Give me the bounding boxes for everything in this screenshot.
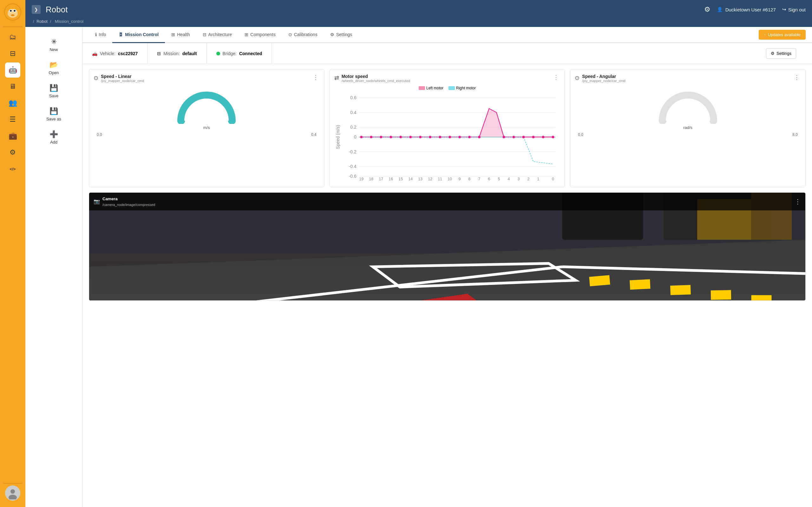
settings-btn-icon: ⚙	[771, 51, 774, 56]
info-tab-icon: ℹ	[95, 32, 97, 37]
monitor-nav-icon[interactable]: 🖥	[5, 79, 20, 94]
svg-text:14: 14	[408, 177, 413, 181]
settings-tab-icon: ⚙	[330, 32, 334, 37]
svg-point-34	[429, 136, 432, 138]
speed-linear-icon: ⊙	[94, 74, 98, 81]
svg-text:0.2: 0.2	[350, 124, 357, 130]
sidebar-item-add[interactable]: ➕ Add	[26, 126, 82, 149]
updates-button[interactable]: ↑ Updates available	[759, 30, 806, 40]
list-nav-icon[interactable]: ☰	[5, 112, 20, 127]
collapse-button[interactable]: ❯	[32, 5, 41, 14]
breadcrumb-sep2: /	[50, 19, 52, 24]
speed-linear-unit: m/s	[203, 125, 210, 130]
sidebar-item-open[interactable]: 📂 Open	[26, 56, 82, 79]
sign-out-label: Sign out	[788, 7, 806, 12]
add-icon: ➕	[49, 130, 58, 138]
icon-bar: 🗂 ⊟ 🤖 🖥 👥 ☰ 💼 ⚙ </>	[0, 0, 26, 507]
motor-speed-title: Motor speed	[342, 74, 410, 79]
settings-gear-button[interactable]: ⚙	[704, 5, 711, 14]
breadcrumb-current: Mission_control	[55, 19, 84, 24]
svg-text:13: 13	[418, 177, 422, 181]
motor-speed-header: ⇄ Motor speed /wheels_driver_node/wheels…	[334, 74, 560, 83]
svg-text:10: 10	[448, 177, 452, 181]
speed-linear-menu-button[interactable]: ⋮	[311, 74, 320, 81]
speed-linear-title-area: Speed - Linear /joy_mapper_node/car_cmd	[101, 74, 144, 83]
sign-out-button[interactable]: ↪ Sign out	[782, 7, 806, 12]
vehicle-info: 🚗 Vehicle: csc22927	[83, 43, 148, 64]
robot-nav-icon[interactable]: 🤖	[5, 62, 20, 78]
bridge-status-dot	[216, 52, 220, 55]
breadcrumb-root[interactable]: Robot	[37, 19, 48, 24]
user-avatar[interactable]	[5, 486, 20, 501]
tab-settings[interactable]: ⚙ Settings	[324, 27, 359, 43]
arch-tab-icon: ⊟	[203, 32, 206, 37]
svg-text:5: 5	[498, 177, 500, 181]
tab-architecture[interactable]: ⊟ Architecture	[196, 27, 239, 43]
code-nav-icon[interactable]: </>	[5, 161, 20, 176]
top-header: ❯ Robot ⚙ 👤 Duckietown User #6127 ↪ Sign…	[26, 0, 812, 19]
left-motor-color	[419, 86, 425, 90]
svg-text:3: 3	[517, 177, 519, 181]
sidebar-item-new[interactable]: ✳ New	[26, 33, 82, 56]
speed-angular-gauge: rad/s 0.0 8.0	[575, 86, 801, 140]
breadcrumb: / Robot / Mission_control	[26, 19, 812, 27]
camera-icon: 📷	[94, 199, 100, 205]
svg-point-28	[370, 136, 372, 138]
add-label: Add	[50, 140, 57, 145]
speed-angular-min: 0.0	[578, 132, 583, 137]
comp-tab-icon: ⊞	[245, 32, 248, 37]
divider-top	[3, 26, 22, 27]
health-tab-label: Health	[177, 32, 190, 37]
sidebar: ✳ New 📂 Open 💾 Save 💾 Save as ➕ Add	[26, 27, 83, 507]
svg-point-41	[512, 136, 515, 138]
bag-nav-icon[interactable]: 💼	[5, 128, 20, 144]
svg-point-43	[532, 136, 535, 138]
left-motor-label: Left motor	[426, 86, 444, 90]
svg-text:7: 7	[478, 177, 480, 181]
bridge-label: Bridge:	[223, 51, 237, 56]
sidebar-item-save[interactable]: 💾 Save	[26, 79, 82, 103]
speed-angular-menu-button[interactable]: ⋮	[793, 74, 801, 81]
svg-text:16: 16	[389, 177, 393, 181]
tabs-bar: ℹ Info 🎛 Mission Control ⊞ Health ⊟ Arch…	[83, 27, 812, 43]
tab-mission-control[interactable]: 🎛 Mission Control	[112, 27, 165, 43]
svg-text:1: 1	[537, 177, 539, 181]
svg-point-6	[11, 14, 14, 16]
svg-point-36	[449, 136, 451, 138]
info-bar: 🚗 Vehicle: csc22927 ⊟ Mission: default B…	[83, 43, 812, 64]
user-icon: 👤	[717, 7, 723, 12]
tab-health[interactable]: ⊞ Health	[165, 27, 196, 43]
tab-calibrations[interactable]: ⊙ Calibrations	[282, 27, 324, 43]
sliders-nav-icon[interactable]: ⊟	[5, 46, 20, 61]
tab-info[interactable]: ℹ Info	[89, 27, 112, 43]
settings-tab-label: Settings	[336, 32, 352, 37]
settings-button[interactable]: ⚙ Settings	[766, 48, 796, 59]
svg-text:6: 6	[488, 177, 490, 181]
svg-text:8: 8	[468, 177, 470, 181]
camera-menu-button[interactable]: ⋮	[795, 198, 801, 205]
svg-marker-26	[479, 109, 504, 137]
gear-nav-icon[interactable]: ⚙	[5, 145, 20, 160]
folder-nav-icon[interactable]: 🗂	[5, 30, 20, 45]
updates-icon: ↑	[764, 32, 766, 37]
speed-angular-unit: rad/s	[683, 125, 693, 130]
motor-speed-menu-button[interactable]: ⋮	[552, 74, 560, 81]
user-info: 👤 Duckietown User #6127	[717, 7, 776, 12]
page-content: ℹ Info 🎛 Mission Control ⊞ Health ⊟ Arch…	[83, 27, 812, 507]
svg-point-32	[409, 136, 412, 138]
svg-text:19: 19	[359, 177, 363, 181]
people-nav-icon[interactable]: 👥	[5, 95, 20, 111]
speed-angular-title: Speed - Angular	[582, 74, 625, 79]
motor-speed-widget: ⇄ Motor speed /wheels_driver_node/wheels…	[329, 69, 565, 187]
svg-point-35	[439, 136, 441, 138]
svg-rect-81	[751, 295, 772, 300]
speed-linear-path: /joy_mapper_node/car_cmd	[101, 79, 144, 83]
mission-value: default	[183, 51, 197, 56]
sidebar-item-save-as[interactable]: 💾 Save as	[26, 103, 82, 126]
save-as-label: Save as	[46, 117, 61, 121]
tab-components[interactable]: ⊞ Components	[238, 27, 282, 43]
save-label: Save	[49, 94, 59, 98]
speed-angular-icon: ⊙	[575, 74, 579, 81]
motor-chart-container: 0.6 0.4 0.2 0 -0.2 -0.4 -0.6 Speed (m/s)	[334, 93, 560, 182]
content-area: ✳ New 📂 Open 💾 Save 💾 Save as ➕ Add	[26, 27, 812, 507]
